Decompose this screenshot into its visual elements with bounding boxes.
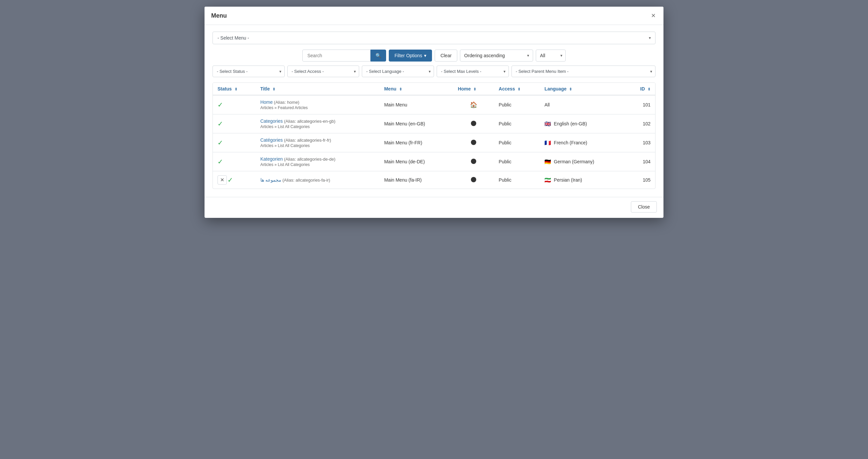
- title-sub: Articles » List All Categories: [260, 124, 375, 129]
- title-sub: Articles » Featured Articles: [260, 105, 375, 110]
- ordering-dropdown[interactable]: Ordering ascending: [460, 50, 533, 62]
- status-filter-dropdown[interactable]: - Select Status -: [213, 65, 285, 77]
- th-id-sort-icon: ⇕: [648, 87, 651, 91]
- td-status: ✓: [213, 115, 256, 133]
- table-header-row: Status ⇕ Title ⇕ Menu ⇕: [213, 83, 655, 95]
- all-dropdown[interactable]: All: [536, 50, 566, 62]
- th-id[interactable]: ID ⇕: [626, 83, 655, 95]
- th-home[interactable]: Home ⇕: [453, 83, 494, 95]
- td-menu: Main Menu: [379, 95, 453, 115]
- language-filter-dropdown[interactable]: - Select Language -: [362, 65, 434, 77]
- access-filter-wrapper: - Select Access - ▾: [287, 65, 360, 77]
- th-status[interactable]: Status ⇕: [213, 83, 256, 95]
- title-alias: (Alias: allcategories-fa-ir): [281, 178, 330, 183]
- title-link[interactable]: Catégories: [260, 137, 283, 143]
- title-link[interactable]: Kategorien: [260, 156, 283, 162]
- title-alias: (Alias: allcategories-de-de): [283, 157, 335, 162]
- td-access: Public: [494, 133, 540, 152]
- status-filter-wrapper: - Select Status - ▾: [213, 65, 285, 77]
- status-check-icon[interactable]: ✓: [217, 158, 223, 166]
- parent-menu-filter-wrapper: - Select Parent Menu Item - ▾: [512, 65, 655, 77]
- flag-icon: 🇫🇷: [545, 140, 551, 146]
- menu-modal: Menu × - Select Menu - ▾ 🔍: [205, 7, 663, 218]
- modal-overlay: Menu × - Select Menu - ▾ 🔍: [205, 7, 663, 218]
- filter-row: - Select Status - ▾ - Select Access - ▾ …: [213, 65, 655, 77]
- language-label: French (France): [554, 140, 587, 145]
- close-button[interactable]: Close: [631, 201, 657, 213]
- home-circle-icon: [471, 121, 476, 126]
- title-link[interactable]: Home: [260, 99, 273, 105]
- td-menu: Main Menu (en-GB): [379, 115, 453, 133]
- th-title[interactable]: Title ⇕: [256, 83, 380, 95]
- search-group: 🔍: [302, 50, 386, 62]
- th-access-sort-icon: ⇕: [518, 87, 521, 91]
- home-circle-icon: [471, 177, 476, 182]
- td-title: Categories (Alias: allcategories-en-gb)A…: [256, 115, 380, 133]
- title-sub: Articles » List All Categories: [260, 162, 375, 167]
- parent-menu-filter-dropdown[interactable]: - Select Parent Menu Item -: [512, 65, 655, 77]
- access-filter-dropdown[interactable]: - Select Access -: [287, 65, 360, 77]
- table-row: ✓Home (Alias: home)Articles » Featured A…: [213, 95, 655, 115]
- table-row: ✕✓مجموعه ها (Alias: allcategories-fa-ir)…: [213, 171, 655, 189]
- td-access: Public: [494, 171, 540, 189]
- th-status-label: Status: [217, 86, 232, 91]
- th-home-label: Home: [458, 86, 471, 91]
- td-id: 104: [626, 152, 655, 171]
- status-check-icon[interactable]: ✓: [217, 101, 223, 109]
- modal-footer: Close: [205, 197, 663, 218]
- td-language: All: [540, 95, 626, 115]
- title-alias: (Alias: home): [273, 100, 299, 105]
- select-menu-dropdown[interactable]: - Select Menu -: [213, 32, 655, 44]
- modal-close-button[interactable]: ×: [650, 12, 657, 19]
- td-language: 🇬🇧English (en-GB): [540, 115, 626, 133]
- td-menu: Main Menu (fa-IR): [379, 171, 453, 189]
- td-menu: Main Menu (fr-FR): [379, 133, 453, 152]
- th-language[interactable]: Language ⇕: [540, 83, 626, 95]
- th-status-sort-icon: ⇕: [235, 87, 238, 91]
- filter-options-chevron-icon: ▾: [424, 53, 426, 58]
- search-button[interactable]: 🔍: [370, 50, 386, 62]
- menu-table-wrapper: Status ⇕ Title ⇕ Menu ⇕: [213, 83, 655, 189]
- flag-icon: 🇮🇷: [545, 177, 551, 183]
- td-home: 🏠: [453, 95, 494, 115]
- th-id-label: ID: [640, 86, 645, 91]
- table-row: ✓Catégories (Alias: allcategories-fr-fr)…: [213, 133, 655, 152]
- status-check-icon[interactable]: ✓: [217, 120, 223, 128]
- search-input[interactable]: [302, 50, 370, 62]
- title-link[interactable]: Categories: [260, 118, 283, 124]
- filter-options-button[interactable]: Filter Options ▾: [389, 50, 432, 62]
- table-row: ✓Categories (Alias: allcategories-en-gb)…: [213, 115, 655, 133]
- xmark-icon[interactable]: ✕: [217, 175, 227, 185]
- language-label: All: [545, 102, 550, 108]
- td-id: 101: [626, 95, 655, 115]
- menu-table: Status ⇕ Title ⇕ Menu ⇕: [213, 83, 655, 189]
- status-check-icon[interactable]: ✓: [217, 139, 223, 147]
- td-title: Catégories (Alias: allcategories-fr-fr)A…: [256, 133, 380, 152]
- modal-body: - Select Menu - ▾ 🔍 Filter Options ▾ C: [205, 25, 663, 197]
- title-link[interactable]: مجموعه ها: [260, 177, 281, 183]
- home-circle-icon: [471, 140, 476, 145]
- th-menu-sort-icon: ⇕: [399, 87, 402, 91]
- max-levels-filter-dropdown[interactable]: - Select Max Levels -: [437, 65, 509, 77]
- flag-icon: 🇩🇪: [545, 159, 551, 165]
- clear-button[interactable]: Clear: [435, 50, 457, 62]
- th-menu[interactable]: Menu ⇕: [379, 83, 453, 95]
- ordering-dropdown-wrapper: Ordering ascending ▾: [460, 50, 533, 62]
- language-label: Persian (Iran): [554, 177, 582, 183]
- language-filter-wrapper: - Select Language - ▾: [362, 65, 434, 77]
- td-title: Home (Alias: home)Articles » Featured Ar…: [256, 95, 380, 115]
- td-language: 🇩🇪German (Germany): [540, 152, 626, 171]
- status-check-icon[interactable]: ✓: [227, 176, 233, 184]
- th-menu-label: Menu: [384, 86, 396, 91]
- td-home: [453, 133, 494, 152]
- td-access: Public: [494, 152, 540, 171]
- td-access: Public: [494, 115, 540, 133]
- title-sub: Articles » List All Categories: [260, 143, 375, 148]
- select-menu-wrapper: - Select Menu - ▾: [213, 32, 655, 44]
- table-row: ✓Kategorien (Alias: allcategories-de-de)…: [213, 152, 655, 171]
- home-house-icon: 🏠: [470, 101, 477, 108]
- max-levels-filter-wrapper: - Select Max Levels - ▾: [437, 65, 509, 77]
- td-home: [453, 171, 494, 189]
- search-filter-row: 🔍 Filter Options ▾ Clear Ordering ascend…: [213, 50, 655, 62]
- th-access[interactable]: Access ⇕: [494, 83, 540, 95]
